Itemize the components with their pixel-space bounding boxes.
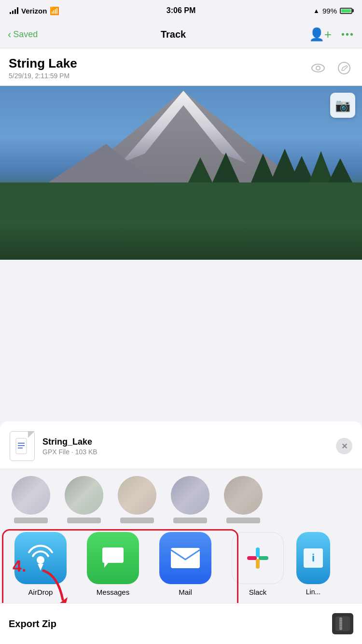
status-right: ▲ 99% <box>313 7 352 15</box>
file-icon <box>10 431 35 461</box>
battery-icon <box>340 8 352 14</box>
svg-point-1 <box>316 66 320 70</box>
status-left: Verizon 📶 <box>10 6 59 15</box>
svg-rect-21 <box>171 548 200 568</box>
location-icon: ▲ <box>313 7 320 14</box>
people-row <box>0 469 362 527</box>
svg-marker-11 <box>328 158 352 182</box>
svg-text:i: i <box>312 552 315 564</box>
track-title: String Lake <box>9 56 77 71</box>
slack-label: Slack <box>249 588 267 596</box>
messages-app-item[interactable]: Messages <box>79 532 147 596</box>
signal-bars-icon <box>10 7 18 14</box>
map-area: 📷 <box>0 86 362 260</box>
track-header: String Lake 5/29/19, 2:11:59 PM <box>0 48 362 86</box>
link-app-item[interactable]: i Lin... <box>296 532 330 596</box>
person-avatar-5 <box>224 476 263 515</box>
mountain-graphic <box>0 86 362 221</box>
wifi-icon: 📶 <box>50 6 59 15</box>
file-info-left: String_Lake GPX File · 103 KB <box>10 431 97 461</box>
mail-app-item[interactable]: Mail <box>152 532 219 596</box>
slack-icon <box>232 532 284 584</box>
file-meta: GPX File · 103 KB <box>42 448 97 456</box>
more-icon[interactable]: ••• <box>341 29 354 40</box>
nav-actions: 👤+ ••• <box>309 27 354 42</box>
close-button[interactable]: ✕ <box>336 438 352 454</box>
page-title: Track <box>161 29 186 40</box>
add-person-icon[interactable]: 👤+ <box>309 27 332 42</box>
person-item[interactable] <box>7 476 55 523</box>
zip-icon <box>332 613 353 634</box>
person-item[interactable] <box>60 476 108 523</box>
messages-icon <box>87 532 139 584</box>
edit-icon[interactable] <box>335 59 353 77</box>
svg-marker-10 <box>309 151 333 182</box>
person-item[interactable] <box>113 476 161 523</box>
link-icon: i <box>296 532 330 584</box>
back-label: Saved <box>13 29 38 40</box>
person-name-blurred-5 <box>226 518 260 523</box>
svg-rect-29 <box>256 559 260 563</box>
person-name-blurred-1 <box>14 518 48 523</box>
person-avatar-4 <box>171 476 209 515</box>
person-item[interactable] <box>166 476 214 523</box>
svg-point-19 <box>37 556 44 564</box>
file-info-row: String_Lake GPX File · 103 KB ✕ <box>0 421 362 469</box>
person-name-blurred-2 <box>67 518 101 523</box>
person-avatar-1 <box>12 476 50 515</box>
export-zip-row[interactable]: Export Zip <box>0 603 362 644</box>
person-avatar-3 <box>118 476 156 515</box>
svg-rect-6 <box>0 182 362 221</box>
slack-app-item[interactable]: Slack <box>224 532 292 596</box>
battery-percentage: 99% <box>322 7 337 15</box>
number-4-annotation: 4. <box>13 557 26 574</box>
chevron-left-icon: ‹ <box>8 28 11 41</box>
svg-point-0 <box>312 64 324 72</box>
person-avatar-2 <box>65 476 103 515</box>
status-bar: Verizon 📶 3:06 PM ▲ 99% <box>0 0 362 21</box>
export-zip-label: Export Zip <box>9 618 56 630</box>
svg-marker-18 <box>58 597 68 603</box>
camera-button[interactable]: 📷 <box>330 93 355 118</box>
apps-row: 4. AirDrop <box>0 527 362 603</box>
eye-icon[interactable] <box>309 59 327 77</box>
nav-bar: ‹ Saved Track 👤+ ••• <box>0 21 362 48</box>
carrier-label: Verizon <box>21 7 47 15</box>
mail-icon <box>159 532 211 584</box>
mail-label: Mail <box>179 588 192 596</box>
person-item[interactable] <box>219 476 267 523</box>
track-info: String Lake 5/29/19, 2:11:59 PM <box>9 56 77 80</box>
airdrop-label: AirDrop <box>28 588 53 596</box>
status-time: 3:06 PM <box>167 6 195 15</box>
person-name-blurred-3 <box>120 518 154 523</box>
person-name-blurred-4 <box>173 518 207 523</box>
svg-marker-20 <box>38 564 43 571</box>
file-details: String_Lake GPX File · 103 KB <box>42 437 97 456</box>
annotation-number: 4. <box>13 557 26 575</box>
file-name: String_Lake <box>42 437 97 447</box>
map-background <box>0 86 362 260</box>
messages-label: Messages <box>97 588 129 596</box>
track-icon-group <box>309 59 353 77</box>
share-sheet: String_Lake GPX File · 103 KB ✕ <box>0 421 362 644</box>
svg-rect-32 <box>335 616 350 631</box>
track-date: 5/29/19, 2:11:59 PM <box>9 72 77 80</box>
link-label: Lin... <box>306 588 320 596</box>
camera-icon: 📷 <box>335 98 350 113</box>
back-button[interactable]: ‹ Saved <box>8 28 38 41</box>
svg-point-2 <box>338 62 350 74</box>
